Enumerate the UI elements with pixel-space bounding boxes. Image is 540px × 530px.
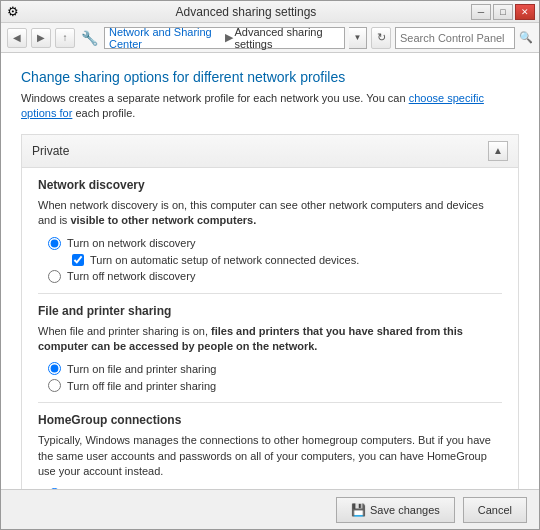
file-sharing-options: Turn on file and printer sharing Turn of… — [48, 362, 502, 392]
content-area: Change sharing options for different net… — [1, 53, 539, 489]
path-part1[interactable]: Network and Sharing Center — [109, 26, 223, 50]
fs-radio1-label: Turn on file and printer sharing — [67, 363, 216, 375]
private-toggle[interactable]: ▲ — [488, 141, 508, 161]
window-title: Advanced sharing settings — [21, 5, 471, 19]
desc-text1: Windows creates a separate network profi… — [21, 92, 409, 104]
nd-checkbox-input[interactable] — [72, 254, 84, 266]
divider1 — [38, 293, 502, 294]
fs-radio2-input[interactable] — [48, 379, 61, 392]
back-button[interactable]: ◀ — [7, 28, 27, 48]
search-input[interactable] — [395, 27, 515, 49]
private-section-title: Private — [32, 144, 69, 158]
page-title: Change sharing options for different net… — [21, 69, 519, 85]
forward-button[interactable]: ▶ — [31, 28, 51, 48]
nd-radio2-label: Turn off network discovery — [67, 270, 195, 282]
nd-radio1-input[interactable] — [48, 237, 61, 250]
address-bar: ◀ ▶ ↑ 🔧 Network and Sharing Center ▶ Adv… — [1, 23, 539, 53]
path-separator: ▶ — [225, 31, 233, 44]
divider2 — [38, 402, 502, 403]
file-sharing-title: File and printer sharing — [38, 304, 502, 318]
private-section-body: Network discovery When network discovery… — [22, 168, 518, 489]
network-discovery-options: Turn on network discovery Turn on automa… — [48, 237, 502, 283]
fs-radio2-label: Turn off file and printer sharing — [67, 380, 216, 392]
desc-text2: each profile. — [72, 107, 135, 119]
save-icon: 💾 — [351, 503, 366, 517]
private-section: Private ▲ Network discovery When network… — [21, 134, 519, 489]
address-icon: 🔧 — [81, 30, 98, 46]
nd-radio2-input[interactable] — [48, 270, 61, 283]
window-icon: ⚙ — [5, 4, 21, 20]
network-discovery-desc: When network discovery is on, this compu… — [38, 198, 502, 229]
bottom-bar: 💾 Save changes Cancel — [1, 489, 539, 529]
page-description: Windows creates a separate network profi… — [21, 91, 519, 122]
maximize-button[interactable]: □ — [493, 4, 513, 20]
private-section-header[interactable]: Private ▲ — [22, 135, 518, 168]
save-button[interactable]: 💾 Save changes — [336, 497, 455, 523]
nd-radio1[interactable]: Turn on network discovery — [48, 237, 502, 250]
path-part2: Advanced sharing settings — [235, 26, 341, 50]
main-window: ⚙ Advanced sharing settings ─ □ ✕ ◀ ▶ ↑ … — [0, 0, 540, 530]
address-path: Network and Sharing Center ▶ Advanced sh… — [104, 27, 345, 49]
nd-checkbox[interactable]: Turn on automatic setup of network conne… — [72, 254, 502, 266]
cancel-button[interactable]: Cancel — [463, 497, 527, 523]
search-icon: 🔍 — [519, 31, 533, 44]
refresh-button[interactable]: ↻ — [371, 27, 391, 49]
save-label: Save changes — [370, 504, 440, 516]
homegroup-title: HomeGroup connections — [38, 413, 502, 427]
close-button[interactable]: ✕ — [515, 4, 535, 20]
nd-radio1-label: Turn on network discovery — [67, 237, 196, 249]
fs-radio1-input[interactable] — [48, 362, 61, 375]
minimize-button[interactable]: ─ — [471, 4, 491, 20]
window-controls: ─ □ ✕ — [471, 4, 535, 20]
nd-radio2[interactable]: Turn off network discovery — [48, 270, 502, 283]
nd-checkbox-label: Turn on automatic setup of network conne… — [90, 254, 359, 266]
address-dropdown[interactable]: ▼ — [349, 27, 367, 49]
up-button[interactable]: ↑ — [55, 28, 75, 48]
file-sharing-desc: When file and printer sharing is on, fil… — [38, 324, 502, 355]
fs-radio1[interactable]: Turn on file and printer sharing — [48, 362, 502, 375]
fs-radio2[interactable]: Turn off file and printer sharing — [48, 379, 502, 392]
title-bar: ⚙ Advanced sharing settings ─ □ ✕ — [1, 1, 539, 23]
network-discovery-title: Network discovery — [38, 178, 502, 192]
homegroup-desc: Typically, Windows manages the connectio… — [38, 433, 502, 479]
